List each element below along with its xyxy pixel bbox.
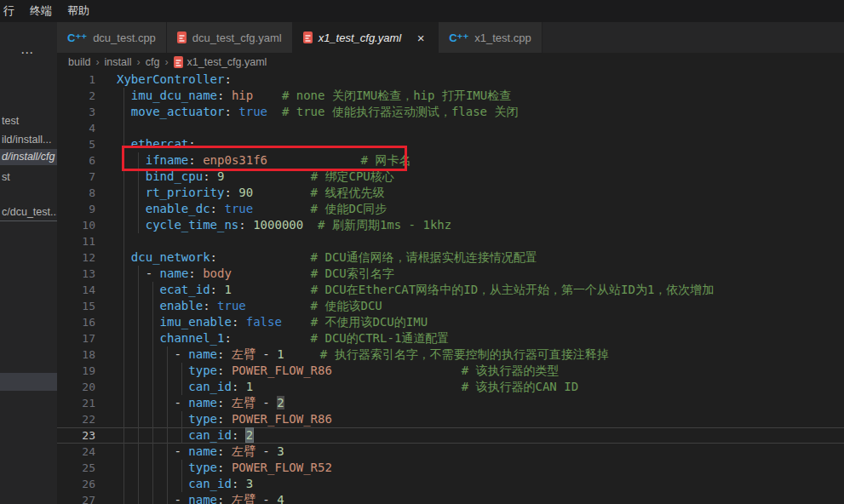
indent-guide [152, 363, 153, 379]
indent-guide [152, 492, 153, 504]
line-content: can_id: 3 [117, 476, 253, 492]
indent-guide [138, 330, 139, 346]
breadcrumb-file-label: x1_test_cfg.yaml [187, 56, 267, 68]
tab-label: dcu_test_cfg.yaml [192, 32, 282, 44]
line-content: XyberController: [117, 72, 232, 88]
line-content: channel_1: # DCU的CTRL-1通道配置 [117, 330, 449, 346]
code-line[interactable]: 20 can_id: 1 # 该执行器的CAN ID [57, 379, 844, 395]
indent-guide [167, 379, 168, 395]
code-area[interactable]: 1XyberController:2 imu_dcu_name: hip # n… [57, 72, 844, 504]
breadcrumb-segment[interactable]: build [68, 56, 90, 68]
code-line[interactable]: 3 move_actuator: true # true 使能执行器运动测试，f… [57, 104, 844, 120]
code-line[interactable]: 9 enable_dc: true # 使能DC同步 [57, 201, 844, 217]
cpp-file-icon: C⁺⁺ [67, 32, 87, 44]
code-line[interactable]: 17 channel_1: # DCU的CTRL-1通道配置 [57, 330, 844, 346]
line-number: 7 [57, 169, 95, 185]
code-line[interactable]: 26 can_id: 3 [57, 476, 844, 492]
line-number: 2 [57, 88, 95, 104]
line-content: - name: 左臂 - 1 # 执行器索引名字，不需要控制的执行器可直接注释掉 [117, 346, 609, 363]
indent-guide [123, 314, 124, 330]
line-content: enable_dc: true # 使能DC同步 [117, 201, 387, 217]
indent-guide [152, 411, 153, 427]
code-line[interactable]: 18 - name: 左臂 - 1 # 执行器索引名字，不需要控制的执行器可直接… [57, 346, 844, 363]
indent-guide [152, 346, 153, 363]
tab-x1_test.cpp[interactable]: C⁺⁺x1_test.cpp [439, 22, 543, 53]
code-line[interactable]: 25 type: POWER_FLOW_R52 [57, 460, 844, 476]
indent-guide [123, 298, 124, 314]
indent-guide [181, 379, 182, 395]
code-line[interactable]: 15 enable: true # 使能该DCU [57, 298, 844, 314]
sidebar-item[interactable]: c/dcu_test... [0, 205, 57, 219]
line-number: 4 [57, 120, 95, 136]
line-number: 18 [57, 346, 95, 363]
line-content: type: POWER_FLOW_R52 [117, 460, 332, 476]
indent-guide [152, 460, 153, 476]
indent-guide [181, 363, 182, 379]
sidebar-item[interactable]: st [0, 170, 57, 184]
chevron-right-icon: › [137, 56, 141, 68]
tab-dcu_test_cfg.yaml[interactable]: dcu_test_cfg.yaml [167, 22, 293, 53]
indent-guide [167, 444, 168, 460]
menu-item[interactable]: 帮助 [60, 3, 97, 19]
indent-guide [181, 427, 182, 444]
line-content: imu_dcu_name: hip # none 关闭IMU检查，hip 打开I… [117, 88, 511, 104]
sidebar-item[interactable]: d/install/cfg [0, 149, 57, 165]
line-number: 27 [57, 492, 95, 504]
indent-guide [138, 476, 139, 492]
breadcrumb-file[interactable]: x1_test_cfg.yaml [174, 56, 267, 68]
tab-label: dcu_test.cpp [93, 32, 156, 44]
indent-guide [123, 233, 124, 249]
line-number: 6 [57, 152, 95, 169]
breadcrumb-segment[interactable]: install [105, 56, 132, 68]
code-line[interactable]: 2 imu_dcu_name: hip # none 关闭IMU检查，hip 打… [57, 88, 844, 104]
sidebar: ⋯ testild/install...d/install/cfgstc/dcu… [0, 22, 57, 504]
indent-guide [152, 282, 153, 298]
menu-item[interactable]: 行 [0, 3, 22, 19]
sidebar-item[interactable]: ild/install... [0, 133, 57, 146]
indent-guide [167, 476, 168, 492]
line-content: can_id: 1 # 该执行器的CAN ID [117, 379, 578, 395]
indent-guide [152, 395, 153, 411]
indent-guide [123, 444, 124, 460]
menu-item[interactable]: 终端 [22, 3, 60, 19]
indent-guide [138, 411, 139, 427]
code-line[interactable]: 22 type: POWER_FLOW_R86 [57, 411, 844, 427]
line-content: rt_priority: 90 # 线程优先级 [117, 185, 384, 201]
code-line[interactable]: 24 - name: 左臂 - 3 [57, 444, 844, 460]
sidebar-row-highlight[interactable] [0, 373, 57, 391]
tab-dcu_test.cpp[interactable]: C⁺⁺dcu_test.cpp [57, 22, 167, 53]
indent-guide [167, 492, 168, 504]
indent-guide [152, 444, 153, 460]
code-line[interactable]: 27 - name: 左臂 - 4 [57, 492, 844, 504]
sidebar-item[interactable]: test [0, 114, 57, 128]
code-line[interactable]: 10 cycle_time_ns: 1000000 # 刷新周期1ms - 1k… [57, 217, 844, 233]
code-line[interactable]: 12 dcu_network: # DCU通信网络，请根据实机连接情况配置 [57, 249, 844, 266]
code-line[interactable]: 23 can_id: 2 [57, 427, 844, 444]
line-number: 21 [57, 395, 95, 411]
breadcrumb-segment[interactable]: cfg [146, 56, 160, 68]
code-line[interactable]: 8 rt_priority: 90 # 线程优先级 [57, 185, 844, 201]
close-icon[interactable]: × [414, 32, 428, 44]
code-line[interactable]: 21 - name: 左臂 - 2 [57, 395, 844, 411]
code-line[interactable]: 11 [57, 233, 844, 249]
code-line[interactable]: 4 [57, 120, 844, 136]
indent-guide [138, 427, 139, 444]
code-line[interactable]: 16 imu_enable: false # 不使用该DCU的IMU [57, 314, 844, 330]
indent-guide [123, 395, 124, 411]
indent-guide [152, 379, 153, 395]
code-line[interactable]: 19 type: POWER_FLOW_R86 # 该执行器的类型 [57, 363, 844, 379]
indent-guide [123, 346, 124, 363]
indent-guide [167, 346, 168, 363]
code-line[interactable]: 14 ecat_id: 1 # DCU在EtherCAT网络中的ID，从主站开始… [57, 282, 844, 298]
code-line[interactable]: 1XyberController: [57, 72, 844, 88]
line-number: 1 [57, 72, 95, 88]
indent-guide [167, 411, 168, 427]
line-number: 11 [57, 233, 95, 249]
code-line[interactable]: 13 - name: body # DCU索引名字 [57, 266, 844, 282]
line-number: 9 [57, 201, 95, 217]
more-actions-button[interactable]: ⋯ [20, 45, 34, 60]
menu-bar: 行终端帮助 [0, 0, 844, 22]
indent-guide [123, 460, 124, 476]
tab-x1_test_cfg.yaml[interactable]: x1_test_cfg.yaml× [293, 22, 439, 53]
line-content: move_actuator: true # true 使能执行器运动测试，fla… [117, 104, 518, 120]
